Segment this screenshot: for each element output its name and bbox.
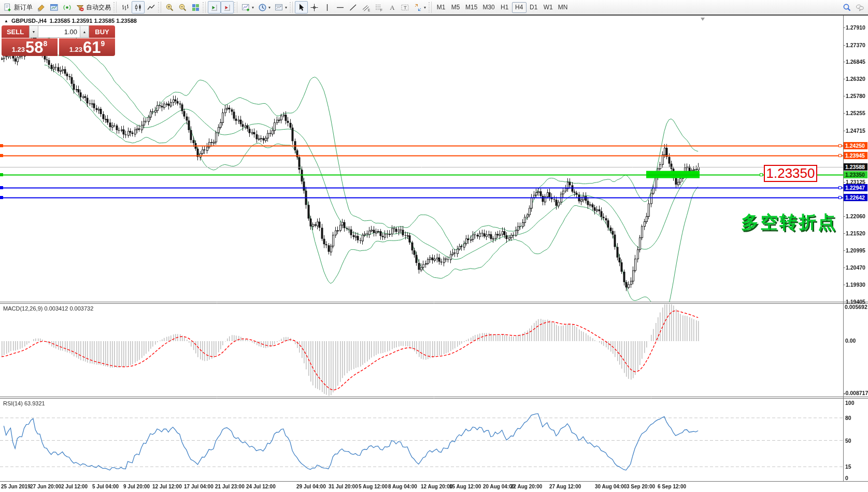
new-order-button[interactable]: 新订单: [2, 1, 35, 13]
dropdown-caret-icon: ▾: [285, 5, 287, 10]
text-button[interactable]: A: [386, 1, 399, 13]
bid-prefix: 1.23: [12, 46, 25, 53]
new-order-button-label: 新订单: [14, 3, 33, 12]
toolbar-separator: [234, 2, 237, 13]
volume-increase-button[interactable]: ▲: [80, 26, 89, 37]
market-watch-button[interactable]: [48, 1, 61, 13]
auto-scroll-icon: [210, 3, 219, 12]
symbol-label: GBPUSD-,H4: [11, 18, 47, 24]
arrows-button[interactable]: ▾: [411, 1, 428, 13]
tf-d1[interactable]: D1: [527, 2, 541, 13]
template-icon: [275, 3, 283, 12]
dropdown-caret-icon: ▾: [424, 5, 426, 10]
channel-button[interactable]: E: [360, 1, 373, 13]
periods-button[interactable]: ▾: [256, 1, 273, 13]
indicators-button[interactable]: ▾: [239, 1, 256, 13]
rsi-indicator-label: RSI(14) 63.9321: [3, 400, 45, 406]
chart-shift-button[interactable]: [221, 1, 234, 13]
crosshair-icon: [310, 3, 319, 12]
sell-button[interactable]: SELL: [2, 25, 29, 38]
svg-text:F: F: [380, 8, 382, 12]
signals-button[interactable]: [61, 1, 74, 13]
tf-w1[interactable]: W1: [541, 2, 556, 13]
tf-w1-label: W1: [544, 4, 553, 11]
toolbar: 新订单自动交易▾▾▾EFAT▾M1M5M15M30H1H4D1W1MN: [0, 0, 868, 16]
one-click-trading-panel: SELL ▼ 1.00 ▲ BUY 1.23588 1.23619: [2, 25, 115, 56]
tf-m1-label: M1: [437, 4, 446, 11]
text-icon: A: [388, 3, 396, 12]
toolbar-separator: [158, 2, 161, 13]
auto-scroll-button[interactable]: [208, 1, 221, 13]
vertical-line-icon: [323, 3, 332, 12]
macd-indicator-label: MACD(12,26,9) 0.003412 0.003732: [3, 305, 93, 312]
ask-prefix: 1.23: [69, 46, 82, 53]
search-button[interactable]: [841, 1, 853, 13]
crosshair-button[interactable]: [308, 1, 321, 13]
dropdown-caret-icon: ▾: [268, 5, 271, 10]
fibonacci-button[interactable]: F: [373, 1, 386, 13]
tf-d1-label: D1: [530, 4, 537, 11]
candlestick-button[interactable]: [132, 1, 145, 13]
zoom-out-button[interactable]: [176, 1, 189, 13]
buy-price-panel[interactable]: 1.23619: [59, 38, 115, 56]
line-chart-button[interactable]: [145, 1, 158, 13]
toolbar-separator: [289, 2, 293, 13]
auto-trading-button[interactable]: 自动交易: [74, 1, 113, 13]
svg-text:E: E: [368, 8, 371, 12]
ask-big-digits: 61: [83, 40, 101, 54]
text-label-button[interactable]: T: [399, 1, 411, 13]
tf-m15[interactable]: M15: [463, 2, 480, 13]
ohlc-values: 1.23585 1.23591 1.23585 1.23588: [50, 18, 137, 24]
ask-pip-digit: 9: [101, 39, 105, 48]
sell-price-panel[interactable]: 1.23588: [2, 38, 58, 56]
horizontal-line-icon: [336, 3, 345, 12]
turning-point-annotation: 多空转折点: [741, 210, 837, 234]
chat-icon: [856, 3, 864, 12]
tf-m30[interactable]: M30: [480, 2, 497, 13]
toolbar-separator: [428, 2, 432, 13]
chat-button[interactable]: [853, 1, 866, 13]
window-icon: [50, 3, 59, 12]
zoom-in-button[interactable]: [163, 1, 176, 13]
bid-pip-digit: 8: [44, 39, 48, 48]
indicators-icon: [241, 3, 250, 12]
main-chart-canvas[interactable]: [0, 16, 868, 492]
tf-h4[interactable]: H4: [512, 2, 527, 13]
bar-chart-icon: [121, 3, 130, 12]
tf-m1[interactable]: M1: [434, 2, 448, 13]
tf-m30-label: M30: [482, 4, 494, 11]
tf-m5-label: M5: [451, 4, 460, 11]
dropdown-caret-icon: ▾: [252, 5, 254, 10]
collapse-panel-icon[interactable]: ▲: [4, 19, 8, 23]
brush-icon: [37, 3, 46, 12]
buy-button[interactable]: BUY: [89, 25, 115, 38]
cursor-icon: [297, 3, 306, 12]
bar-chart-button[interactable]: [119, 1, 132, 13]
auto-trading-button-label: 自动交易: [86, 3, 111, 12]
chart-window: 1.279101.273701.268451.263201.257801.252…: [0, 16, 868, 492]
arrows-icon: [414, 3, 422, 12]
zoom-in-icon: [165, 3, 174, 12]
volume-input[interactable]: 1.00: [38, 26, 80, 37]
templates-button[interactable]: ▾: [273, 1, 289, 13]
signal-icon: [63, 3, 72, 12]
volume-decrease-button[interactable]: ▼: [30, 26, 38, 37]
cursor-button[interactable]: [295, 1, 308, 13]
trendline-icon: [349, 3, 358, 12]
price-alert-box[interactable]: 1.23350: [764, 165, 817, 182]
chart-shift-icon: [223, 3, 232, 12]
vertical-line-button[interactable]: [321, 1, 334, 13]
tf-m5[interactable]: M5: [448, 2, 463, 13]
zoom-out-icon: [178, 3, 187, 12]
horizontal-line-button[interactable]: [334, 1, 347, 13]
tf-h1[interactable]: H1: [497, 2, 512, 13]
symbol-info: ▲ GBPUSD-,H4 1.23585 1.23591 1.23585 1.2…: [4, 18, 137, 24]
fibonacci-icon: F: [375, 3, 383, 12]
autotrade-icon: [76, 3, 84, 12]
toolbar-separator: [113, 2, 117, 13]
tile-windows-icon: [191, 3, 200, 12]
tile-windows-button[interactable]: [189, 1, 202, 13]
styler-button[interactable]: [35, 1, 48, 13]
tf-mn[interactable]: MN: [556, 2, 571, 13]
trendline-button[interactable]: [347, 1, 360, 13]
